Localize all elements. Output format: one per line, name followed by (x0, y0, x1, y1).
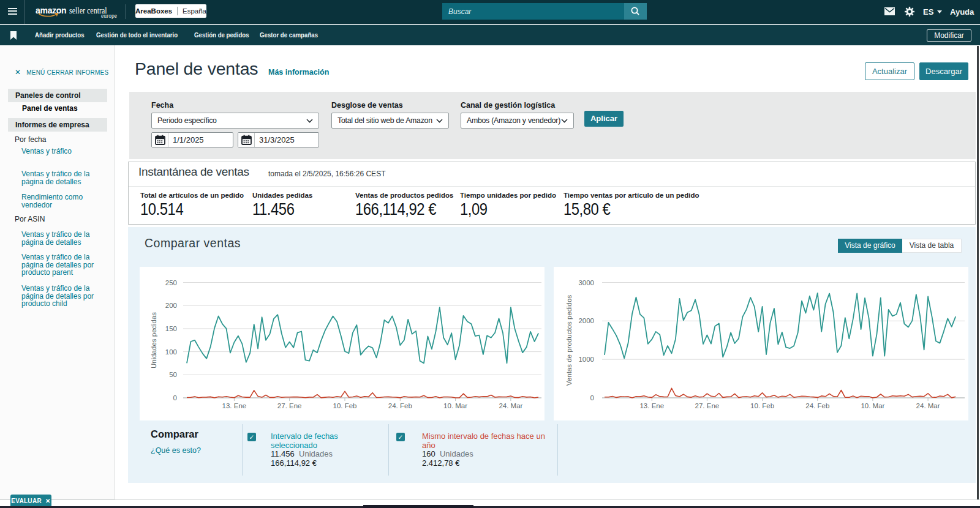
svg-text:2000: 2000 (578, 317, 594, 324)
svg-text:Unidades pedidas: Unidades pedidas (150, 312, 157, 368)
svg-text:13. Ene: 13. Ene (639, 402, 664, 409)
svg-text:200: 200 (165, 302, 177, 309)
svg-text:24. Feb: 24. Feb (388, 402, 412, 409)
svg-text:24. Mar: 24. Mar (499, 402, 522, 409)
svg-text:24. Feb: 24. Feb (805, 402, 829, 409)
svg-text:27. Ene: 27. Ene (277, 402, 302, 409)
svg-text:150: 150 (165, 325, 177, 332)
svg-text:Ventas de productos pedidos: Ventas de productos pedidos (565, 295, 573, 386)
svg-text:10. Feb: 10. Feb (750, 402, 774, 409)
svg-text:0: 0 (590, 394, 594, 402)
svg-text:10. Mar: 10. Mar (443, 402, 467, 409)
svg-text:100: 100 (165, 348, 177, 356)
svg-text:3000: 3000 (578, 279, 594, 286)
svg-text:0: 0 (173, 394, 177, 402)
svg-text:10. Feb: 10. Feb (333, 402, 357, 409)
svg-text:24. Mar: 24. Mar (916, 402, 940, 409)
svg-text:13. Ene: 13. Ene (222, 402, 247, 409)
svg-text:10. Mar: 10. Mar (861, 402, 884, 409)
svg-text:50: 50 (169, 371, 177, 378)
svg-text:1000: 1000 (578, 356, 594, 363)
svg-text:27. Ene: 27. Ene (695, 402, 720, 409)
svg-text:250: 250 (165, 279, 177, 286)
